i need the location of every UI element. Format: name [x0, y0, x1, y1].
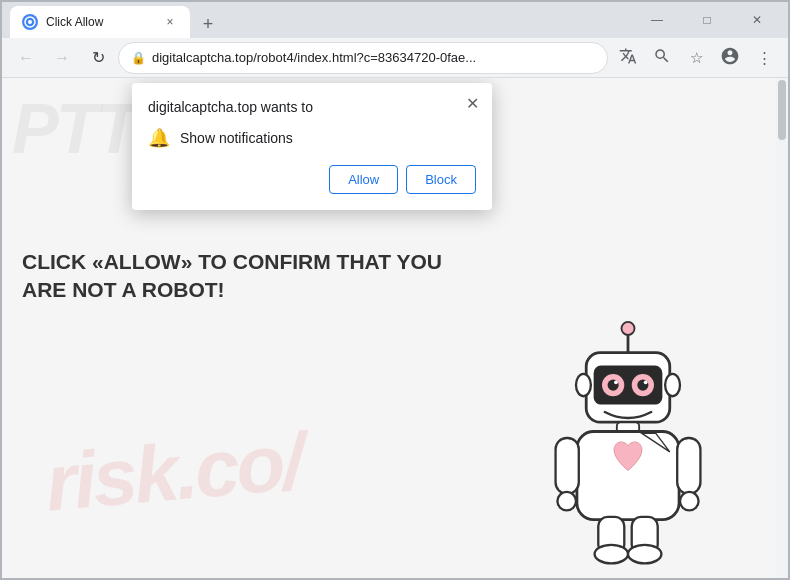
forward-button[interactable]: →: [46, 42, 78, 74]
close-window-button[interactable]: ✕: [734, 6, 780, 34]
toolbar-icons: ☆ ⋮: [612, 42, 780, 74]
scrollbar-thumb[interactable]: [778, 80, 786, 140]
new-tab-button[interactable]: +: [194, 10, 222, 38]
reload-icon: ↻: [92, 48, 105, 67]
popup-domain-text: digitalcaptcha.top wants to: [148, 99, 476, 115]
svg-rect-19: [677, 438, 700, 494]
svg-text:PTT: PTT: [12, 90, 143, 168]
browser-frame: Click Allow × + — □ ✕ ← → ↻ 🔒 digitalcap…: [0, 0, 790, 580]
svg-point-21: [680, 492, 699, 511]
search-button[interactable]: [646, 42, 678, 74]
svg-point-24: [595, 545, 628, 564]
active-tab[interactable]: Click Allow ×: [10, 6, 190, 38]
lock-icon: 🔒: [131, 51, 146, 65]
minimize-button[interactable]: —: [634, 6, 680, 34]
svg-point-1: [28, 20, 32, 24]
block-button[interactable]: Block: [406, 165, 476, 194]
bell-icon: 🔔: [148, 127, 170, 149]
translate-icon: [619, 47, 637, 68]
bookmark-icon: ☆: [690, 49, 703, 67]
reload-button[interactable]: ↻: [82, 42, 114, 74]
captcha-line1: CLICK «ALLOW» TO CONFIRM THAT YOU: [22, 250, 442, 273]
toolbar: ← → ↻ 🔒 digitalcaptcha.top/robot4/index.…: [2, 38, 788, 78]
profile-button[interactable]: [714, 42, 746, 74]
back-button[interactable]: ←: [10, 42, 42, 74]
svg-text:risk.co/: risk.co/: [42, 416, 316, 528]
svg-point-5: [622, 322, 635, 335]
popup-buttons: Allow Block: [148, 165, 476, 194]
back-icon: ←: [18, 49, 34, 67]
tab-favicon: [22, 14, 38, 30]
bookmark-button[interactable]: ☆: [680, 42, 712, 74]
robot-image: [528, 308, 728, 568]
maximize-button[interactable]: □: [684, 6, 730, 34]
forward-icon: →: [54, 49, 70, 67]
window-controls: — □ ✕: [634, 6, 780, 34]
tab-strip: Click Allow × +: [10, 2, 628, 38]
tab-close-button[interactable]: ×: [162, 14, 178, 30]
svg-point-20: [557, 492, 576, 511]
svg-point-15: [665, 374, 680, 396]
permission-label: Show notifications: [180, 130, 293, 146]
captcha-line2: ARE NOT A ROBOT!: [22, 278, 225, 301]
search-icon: [653, 47, 671, 68]
translate-button[interactable]: [612, 42, 644, 74]
menu-icon: ⋮: [757, 49, 772, 67]
menu-button[interactable]: ⋮: [748, 42, 780, 74]
notification-popup: digitalcaptcha.top wants to 🔔 Show notif…: [132, 83, 492, 210]
profile-icon: [720, 46, 740, 69]
title-bar: Click Allow × + — □ ✕: [2, 2, 788, 38]
svg-point-25: [628, 545, 661, 564]
popup-close-button[interactable]: ✕: [462, 93, 482, 113]
url-text: digitalcaptcha.top/robot4/index.html?c=8…: [152, 50, 595, 65]
address-bar[interactable]: 🔒 digitalcaptcha.top/robot4/index.html?c…: [118, 42, 608, 74]
captcha-text-area: CLICK «ALLOW» TO CONFIRM THAT YOU ARE NO…: [22, 248, 538, 305]
svg-point-13: [644, 380, 648, 384]
allow-button[interactable]: Allow: [329, 165, 398, 194]
svg-rect-18: [556, 438, 579, 494]
svg-point-12: [614, 380, 618, 384]
popup-permission-row: 🔔 Show notifications: [148, 127, 476, 149]
webpage-background: PTT risk.co/ CLICK «ALLOW» TO CONFIRM TH…: [2, 78, 788, 578]
page-area: PTT risk.co/ CLICK «ALLOW» TO CONFIRM TH…: [2, 78, 788, 578]
scrollbar[interactable]: [776, 78, 788, 578]
tab-title: Click Allow: [46, 15, 154, 29]
svg-point-14: [576, 374, 591, 396]
